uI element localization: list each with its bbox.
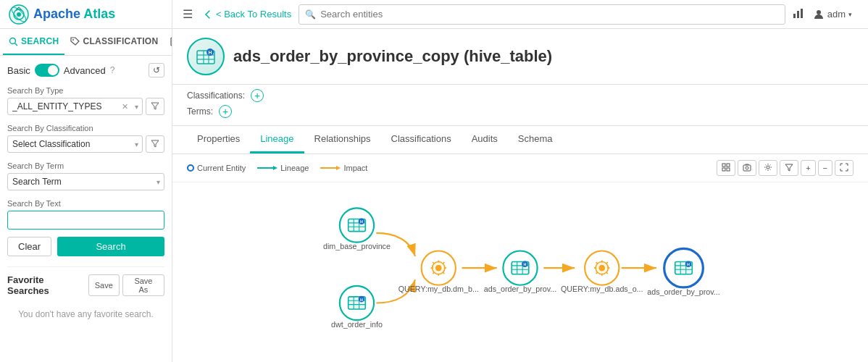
action-buttons: Clear Search — [7, 237, 164, 256]
camera-button[interactable] — [738, 160, 756, 176]
node-query-process-2[interactable] — [585, 251, 619, 285]
clear-button[interactable]: Clear — [7, 237, 51, 256]
lineage-graph: H dim_base_province H — [172, 182, 868, 361]
term-select-wrapper: Search Term — [7, 173, 164, 190]
body: SEARCH CLASSIFICATION GLOSSARY Basic Adv… — [0, 29, 868, 362]
header-actions: adm ▾ — [793, 7, 861, 21]
type-filter-button[interactable] — [146, 98, 164, 115]
classifications-label: Classifications: — [187, 90, 245, 101]
sidebar-item-classification[interactable]: CLASSIFICATION — [64, 29, 164, 55]
classification-select[interactable]: Select Classification — [7, 135, 143, 153]
svg-point-10 — [72, 39, 74, 41]
current-entity-label: Current Entity — [197, 164, 246, 172]
fit-icon — [722, 163, 730, 172]
fit-view-button[interactable] — [717, 160, 735, 176]
tag-icon — [70, 37, 80, 46]
svg-rect-30 — [743, 165, 751, 171]
global-search-input[interactable] — [320, 9, 779, 20]
camera-icon — [743, 163, 751, 172]
svg-rect-4 — [793, 14, 796, 18]
svg-point-53 — [435, 265, 442, 272]
add-classification-button[interactable]: + — [251, 89, 264, 102]
back-arrow-icon — [203, 9, 213, 20]
svg-text:H: H — [687, 262, 690, 266]
current-entity-dot — [187, 164, 194, 172]
help-icon[interactable]: ? — [110, 65, 115, 75]
fullscreen-button[interactable] — [835, 160, 854, 176]
term-select[interactable]: Search Term — [7, 173, 164, 190]
lineage-arrow-icon — [257, 164, 277, 172]
node-ads-order-selected[interactable]: H — [664, 248, 704, 287]
search-button[interactable]: Search — [57, 237, 164, 256]
lineage-area: Current Entity Lineage Impact — [172, 154, 868, 362]
atlas-logo-icon — [9, 4, 29, 25]
sidebar-tab-bar: SEARCH CLASSIFICATION GLOSSARY — [0, 29, 172, 56]
zoom-out-button[interactable]: − — [818, 160, 832, 176]
save-favorite-button[interactable]: Save — [88, 274, 120, 296]
entity-header: H ads_order_by_province_copy (hive_table… — [172, 29, 868, 85]
basic-advanced-toggle[interactable] — [35, 64, 59, 77]
filter-icon — [151, 139, 159, 148]
tab-audits[interactable]: Audits — [462, 126, 508, 153]
user-icon — [813, 9, 825, 20]
classification-filter-row: Select Classification — [7, 135, 164, 153]
node-dwt-order-info[interactable]: H — [340, 286, 374, 320]
favorite-action-buttons: Save Save As — [88, 274, 164, 296]
current-entity-legend: Current Entity — [187, 164, 246, 172]
tab-lineage[interactable]: Lineage — [250, 126, 304, 153]
svg-point-31 — [746, 167, 748, 169]
classification-filter-button[interactable] — [146, 135, 164, 153]
svg-text:H: H — [208, 50, 212, 55]
app-header: Apache Atlas ☰ < Back To Results 🔍 adm ▾ — [0, 0, 868, 29]
tab-relationships[interactable]: Relationships — [304, 126, 381, 153]
svg-point-7 — [817, 10, 821, 14]
user-menu-button[interactable]: adm ▾ — [813, 9, 852, 20]
tab-classifications[interactable]: Classifications — [381, 126, 462, 153]
svg-rect-29 — [722, 168, 725, 171]
impact-label: Impact — [343, 164, 367, 172]
fullscreen-icon — [840, 163, 848, 172]
label-dim-base-province: dim_base_province — [323, 242, 391, 251]
sidebar-content: Basic Advanced ? ↺ Search By Type _ALL_E… — [0, 56, 172, 362]
favorite-searches-header: Favorite Searches Save Save As — [7, 274, 164, 296]
node-ads-order-1[interactable]: H — [503, 251, 537, 285]
sidebar-item-search[interactable]: SEARCH — [3, 29, 64, 55]
classification-select-wrapper: Select Classification — [7, 135, 143, 153]
search-text-input[interactable]: ads_order_by_province_copy — [7, 211, 164, 230]
filter-icon — [785, 163, 793, 172]
search-by-type-label: Search By Type — [7, 86, 164, 95]
svg-rect-5 — [797, 11, 799, 18]
node-query-process-1[interactable] — [422, 251, 456, 285]
add-term-button[interactable]: + — [219, 105, 232, 118]
chart-icon — [793, 7, 804, 19]
logo-text: Apache Atlas — [33, 7, 115, 22]
svg-point-32 — [767, 166, 769, 169]
svg-point-64 — [598, 265, 605, 272]
search-by-term-label: Search By Term — [7, 161, 164, 170]
chart-icon-button[interactable] — [793, 7, 804, 21]
zoom-in-button[interactable]: + — [801, 160, 815, 176]
basic-advanced-toggle-row: Basic Advanced ? ↺ — [7, 63, 164, 77]
entity-meta: Classifications: + Terms: + — [172, 85, 868, 126]
type-clear-icon[interactable]: ✕ — [122, 102, 128, 111]
refresh-button[interactable]: ↺ — [149, 63, 164, 77]
tab-properties[interactable]: Properties — [187, 126, 250, 153]
logo-area: Apache Atlas — [0, 0, 172, 28]
svg-text:H: H — [360, 298, 363, 302]
node-dim-base-province[interactable]: H — [340, 208, 374, 242]
entity-title: ads_order_by_province_copy (hive_table) — [233, 47, 552, 66]
svg-point-3 — [17, 12, 21, 17]
save-as-favorite-button[interactable]: Save As — [122, 274, 164, 296]
favorite-searches-title: Favorite Searches — [7, 274, 88, 296]
svg-text:H: H — [360, 219, 363, 224]
sidebar: SEARCH CLASSIFICATION GLOSSARY Basic Adv… — [0, 29, 172, 362]
hamburger-button[interactable]: ☰ — [180, 4, 196, 24]
svg-rect-6 — [801, 9, 803, 18]
hive-table-icon: H — [194, 45, 217, 68]
filter-lineage-button[interactable] — [780, 160, 798, 176]
back-button[interactable]: < Back To Results — [203, 9, 291, 20]
settings-button[interactable] — [759, 160, 777, 176]
terms-label: Terms: — [187, 106, 213, 117]
tab-schema[interactable]: Schema — [508, 126, 563, 153]
sidebar-item-glossary[interactable]: GLOSSARY — [164, 29, 172, 55]
